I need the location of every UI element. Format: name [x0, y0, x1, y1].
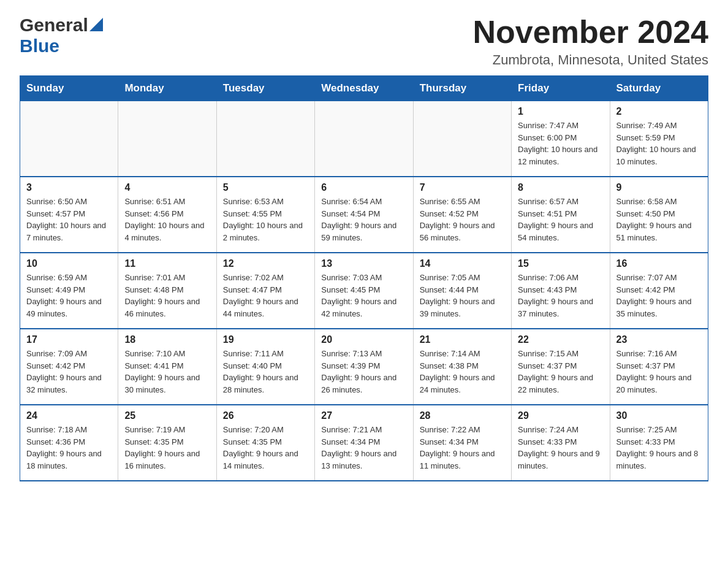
day-info: Sunrise: 7:09 AMSunset: 4:42 PMDaylight:…: [26, 348, 112, 396]
calendar-day-cell: 12Sunrise: 7:02 AMSunset: 4:47 PMDayligh…: [216, 253, 314, 329]
logo-blue-label: Blue: [20, 36, 103, 56]
day-info: Sunrise: 7:01 AMSunset: 4:48 PMDaylight:…: [124, 272, 210, 320]
calendar-day-cell: 13Sunrise: 7:03 AMSunset: 4:45 PMDayligh…: [315, 253, 413, 329]
day-number: 19: [223, 334, 308, 345]
day-of-week-header: Sunday: [20, 76, 118, 101]
calendar-day-cell: 20Sunrise: 7:13 AMSunset: 4:39 PMDayligh…: [315, 329, 413, 405]
day-info: Sunrise: 7:16 AMSunset: 4:37 PMDaylight:…: [616, 348, 702, 396]
calendar-table: SundayMondayTuesdayWednesdayThursdayFrid…: [20, 75, 708, 481]
day-number: 5: [223, 182, 308, 193]
day-info: Sunrise: 7:06 AMSunset: 4:43 PMDaylight:…: [518, 272, 603, 320]
calendar-subtitle: Zumbrota, Minnesota, United States: [473, 52, 708, 68]
calendar-day-cell: 22Sunrise: 7:15 AMSunset: 4:37 PMDayligh…: [512, 329, 610, 405]
calendar-day-cell: 5Sunrise: 6:53 AMSunset: 4:55 PMDaylight…: [216, 177, 314, 253]
calendar-day-cell: 23Sunrise: 7:16 AMSunset: 4:37 PMDayligh…: [610, 329, 708, 405]
day-number: 11: [124, 258, 210, 269]
day-info: Sunrise: 6:54 AMSunset: 4:54 PMDaylight:…: [321, 196, 406, 243]
day-info: Sunrise: 7:03 AMSunset: 4:45 PMDaylight:…: [321, 272, 406, 320]
day-info: Sunrise: 7:05 AMSunset: 4:44 PMDaylight:…: [420, 272, 505, 320]
calendar-day-cell: 8Sunrise: 6:57 AMSunset: 4:51 PMDaylight…: [512, 177, 610, 253]
day-info: Sunrise: 7:47 AMSunset: 6:00 PMDaylight:…: [518, 120, 603, 167]
day-number: 15: [518, 258, 603, 269]
day-number: 13: [321, 258, 406, 269]
calendar-day-cell: 29Sunrise: 7:24 AMSunset: 4:33 PMDayligh…: [512, 405, 610, 481]
day-number: 27: [321, 410, 406, 421]
calendar-title: November 2024: [473, 15, 708, 50]
day-of-week-header: Tuesday: [216, 76, 314, 101]
day-number: 10: [26, 258, 112, 269]
calendar-day-cell: 7Sunrise: 6:55 AMSunset: 4:52 PMDaylight…: [413, 177, 511, 253]
calendar-week-row: 10Sunrise: 6:59 AMSunset: 4:49 PMDayligh…: [20, 253, 708, 329]
calendar-day-cell: 9Sunrise: 6:58 AMSunset: 4:50 PMDaylight…: [610, 177, 708, 253]
day-number: 12: [223, 258, 308, 269]
day-number: 8: [518, 182, 603, 193]
day-info: Sunrise: 7:11 AMSunset: 4:40 PMDaylight:…: [223, 348, 308, 396]
calendar-day-cell: 10Sunrise: 6:59 AMSunset: 4:49 PMDayligh…: [20, 253, 118, 329]
calendar-day-cell: 18Sunrise: 7:10 AMSunset: 4:41 PMDayligh…: [118, 329, 216, 405]
day-of-week-header: Wednesday: [315, 76, 413, 101]
day-info: Sunrise: 6:59 AMSunset: 4:49 PMDaylight:…: [26, 272, 112, 320]
day-number: 1: [518, 106, 603, 117]
day-info: Sunrise: 7:15 AMSunset: 4:37 PMDaylight:…: [518, 348, 603, 396]
day-number: 30: [616, 410, 702, 421]
day-info: Sunrise: 7:19 AMSunset: 4:35 PMDaylight:…: [124, 424, 210, 472]
calendar-day-cell: [20, 101, 118, 177]
logo: General Blue: [20, 15, 103, 56]
day-number: 23: [616, 334, 702, 345]
calendar-week-row: 3Sunrise: 6:50 AMSunset: 4:57 PMDaylight…: [20, 177, 708, 253]
day-info: Sunrise: 6:57 AMSunset: 4:51 PMDaylight:…: [518, 196, 603, 243]
day-info: Sunrise: 7:49 AMSunset: 5:59 PMDaylight:…: [616, 120, 702, 167]
logo-general-label: General: [20, 15, 88, 36]
calendar-week-row: 24Sunrise: 7:18 AMSunset: 4:36 PMDayligh…: [20, 405, 708, 481]
day-info: Sunrise: 7:25 AMSunset: 4:33 PMDaylight:…: [616, 424, 702, 472]
calendar-day-cell: 25Sunrise: 7:19 AMSunset: 4:35 PMDayligh…: [118, 405, 216, 481]
day-number: 9: [616, 182, 702, 193]
day-info: Sunrise: 6:50 AMSunset: 4:57 PMDaylight:…: [26, 196, 112, 243]
day-of-week-header: Friday: [512, 76, 610, 101]
calendar-day-cell: [216, 101, 314, 177]
day-of-week-header: Monday: [118, 76, 216, 101]
day-number: 21: [420, 334, 505, 345]
calendar-day-cell: [118, 101, 216, 177]
calendar-day-cell: 16Sunrise: 7:07 AMSunset: 4:42 PMDayligh…: [610, 253, 708, 329]
calendar-day-cell: 30Sunrise: 7:25 AMSunset: 4:33 PMDayligh…: [610, 405, 708, 481]
day-info: Sunrise: 7:07 AMSunset: 4:42 PMDaylight:…: [616, 272, 702, 320]
day-number: 24: [26, 410, 112, 421]
page-header: General Blue November 2024 Zumbrota, Min…: [20, 15, 708, 68]
day-info: Sunrise: 7:20 AMSunset: 4:35 PMDaylight:…: [223, 424, 308, 472]
day-number: 22: [518, 334, 603, 345]
day-number: 28: [420, 410, 505, 421]
day-info: Sunrise: 7:24 AMSunset: 4:33 PMDaylight:…: [518, 424, 603, 472]
day-info: Sunrise: 6:53 AMSunset: 4:55 PMDaylight:…: [223, 196, 308, 243]
calendar-day-cell: [315, 101, 413, 177]
calendar-day-cell: 11Sunrise: 7:01 AMSunset: 4:48 PMDayligh…: [118, 253, 216, 329]
calendar-day-cell: 28Sunrise: 7:22 AMSunset: 4:34 PMDayligh…: [413, 405, 511, 481]
title-block: November 2024 Zumbrota, Minnesota, Unite…: [473, 15, 708, 68]
day-info: Sunrise: 7:02 AMSunset: 4:47 PMDaylight:…: [223, 272, 308, 320]
day-info: Sunrise: 7:13 AMSunset: 4:39 PMDaylight:…: [321, 348, 406, 396]
calendar-day-cell: 24Sunrise: 7:18 AMSunset: 4:36 PMDayligh…: [20, 405, 118, 481]
calendar-day-cell: 1Sunrise: 7:47 AMSunset: 6:00 PMDaylight…: [512, 101, 610, 177]
day-of-week-header: Saturday: [610, 76, 708, 101]
day-number: 20: [321, 334, 406, 345]
calendar-day-cell: 26Sunrise: 7:20 AMSunset: 4:35 PMDayligh…: [216, 405, 314, 481]
day-number: 3: [26, 182, 112, 193]
day-info: Sunrise: 7:14 AMSunset: 4:38 PMDaylight:…: [420, 348, 505, 396]
calendar-day-cell: 4Sunrise: 6:51 AMSunset: 4:56 PMDaylight…: [118, 177, 216, 253]
calendar-header-row: SundayMondayTuesdayWednesdayThursdayFrid…: [20, 76, 708, 101]
calendar-day-cell: 21Sunrise: 7:14 AMSunset: 4:38 PMDayligh…: [413, 329, 511, 405]
calendar-day-cell: 27Sunrise: 7:21 AMSunset: 4:34 PMDayligh…: [315, 405, 413, 481]
day-of-week-header: Thursday: [413, 76, 511, 101]
day-number: 7: [420, 182, 505, 193]
day-info: Sunrise: 6:58 AMSunset: 4:50 PMDaylight:…: [616, 196, 702, 243]
logo-general-text: General: [20, 15, 103, 36]
calendar-week-row: 1Sunrise: 7:47 AMSunset: 6:00 PMDaylight…: [20, 101, 708, 177]
calendar-day-cell: 19Sunrise: 7:11 AMSunset: 4:40 PMDayligh…: [216, 329, 314, 405]
day-number: 16: [616, 258, 702, 269]
day-info: Sunrise: 7:10 AMSunset: 4:41 PMDaylight:…: [124, 348, 210, 396]
day-info: Sunrise: 7:22 AMSunset: 4:34 PMDaylight:…: [420, 424, 505, 472]
day-info: Sunrise: 7:21 AMSunset: 4:34 PMDaylight:…: [321, 424, 406, 472]
day-number: 25: [124, 410, 210, 421]
day-info: Sunrise: 6:55 AMSunset: 4:52 PMDaylight:…: [420, 196, 505, 243]
day-info: Sunrise: 6:51 AMSunset: 4:56 PMDaylight:…: [124, 196, 210, 243]
